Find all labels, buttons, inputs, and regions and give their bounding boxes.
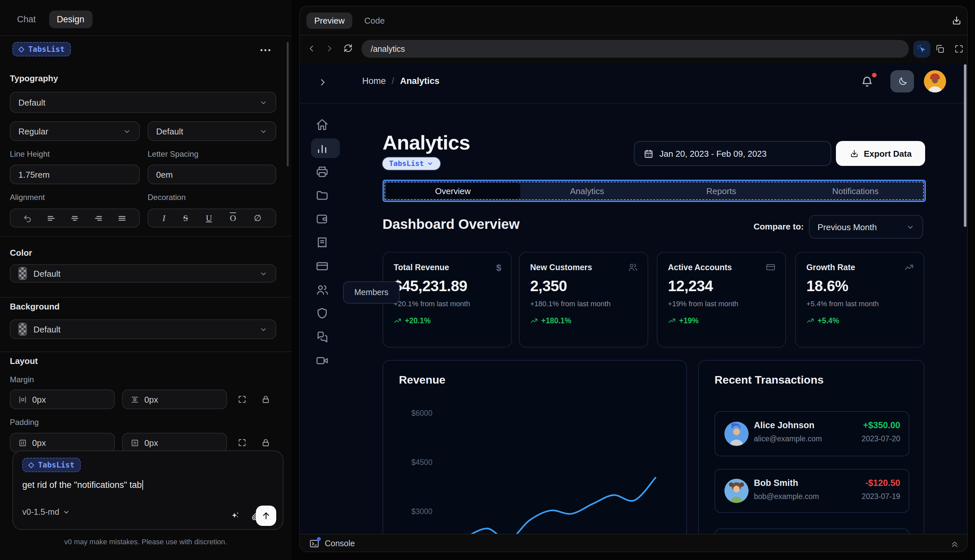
line-height-input[interactable]: 1.75rem xyxy=(10,165,140,184)
underline-icon[interactable]: U xyxy=(206,213,212,223)
breadcrumb: Home / Analytics xyxy=(362,76,440,86)
app-window: Chat Design TabsList Typography Default … xyxy=(0,0,975,560)
overline-icon[interactable]: O xyxy=(230,213,236,223)
transaction-row[interactable]: Bob Smith bob@example.com -$120.50 2023-… xyxy=(715,469,909,513)
tab-reports[interactable]: Reports xyxy=(654,183,788,199)
color-select[interactable]: Default xyxy=(10,264,276,283)
transaction-amount: +$350.00 xyxy=(863,420,900,430)
padding-lock-icon[interactable] xyxy=(261,438,270,447)
model-select[interactable]: v0-1.5-md xyxy=(22,508,70,517)
chat-composer[interactable]: TabsList get rid of the "notifications" … xyxy=(12,450,284,530)
url-input[interactable]: /analytics xyxy=(362,40,909,58)
padding-y-input[interactable]: 0px xyxy=(122,433,227,452)
cursor-sparkle-icon xyxy=(917,44,927,55)
font-family-select[interactable]: Default xyxy=(10,92,276,113)
download-icon[interactable] xyxy=(952,15,962,25)
tab-code[interactable]: Code xyxy=(364,15,385,25)
copy-icon[interactable] xyxy=(935,44,945,54)
tab-notifications[interactable]: Notifications xyxy=(788,183,923,199)
trend-up-icon xyxy=(668,317,676,325)
send-button[interactable] xyxy=(256,505,276,526)
transaction-name: Alice Johnson xyxy=(754,420,815,430)
trend-up-icon xyxy=(394,317,402,325)
fullscreen-icon[interactable] xyxy=(954,44,964,54)
align-right-icon[interactable] xyxy=(94,213,103,223)
credit-card-icon xyxy=(766,262,776,272)
composer-input[interactable]: get rid of the "notifications" tab xyxy=(22,480,143,490)
preview-viewport: Home / Analytics xyxy=(300,63,968,534)
margin-horizontal-icon xyxy=(18,395,27,403)
font-size-select[interactable]: Default xyxy=(148,121,276,141)
transaction-row[interactable]: Alice Johnson alice@example.com +$350.00… xyxy=(715,411,909,457)
theme-toggle-button[interactable] xyxy=(890,70,914,92)
margin-expand-icon[interactable] xyxy=(237,395,247,404)
messages-icon[interactable] xyxy=(316,330,329,343)
composer-component-chip[interactable]: TabsList xyxy=(22,458,81,472)
chevrons-up-icon[interactable] xyxy=(950,539,959,548)
shield-icon[interactable] xyxy=(316,307,329,320)
breadcrumb-home[interactable]: Home xyxy=(362,76,386,86)
analytics-icon[interactable] xyxy=(316,142,329,155)
preview-scrollbar[interactable] xyxy=(964,64,967,227)
align-left-icon[interactable] xyxy=(47,213,56,223)
sidebar-toggle-icon[interactable] xyxy=(317,77,327,87)
tab-analytics[interactable]: Analytics xyxy=(520,183,654,199)
console-label: Console xyxy=(325,539,355,548)
margin-x-input[interactable]: 0px xyxy=(10,390,115,409)
y-tick: $6000 xyxy=(411,409,432,417)
video-icon[interactable] xyxy=(316,354,329,367)
forward-icon[interactable] xyxy=(325,44,334,53)
notifications-button[interactable] xyxy=(861,75,876,91)
section-title: Dashboard Overview xyxy=(382,217,520,232)
margin-lock-icon[interactable] xyxy=(261,395,270,404)
letter-spacing-input[interactable]: 0em xyxy=(148,165,276,184)
inspect-cursor-button[interactable] xyxy=(913,41,930,58)
members-icon[interactable] xyxy=(316,283,329,297)
date-range-button[interactable]: Jan 20, 2023 - Feb 09, 2023 xyxy=(634,141,831,166)
user-avatar[interactable] xyxy=(924,70,946,92)
undo-icon[interactable] xyxy=(23,213,32,223)
receipt-icon[interactable] xyxy=(316,236,329,249)
preview-panel: Preview Code /analytics Home / Analytics xyxy=(299,6,968,552)
home-icon[interactable] xyxy=(316,118,329,131)
selected-element-badge[interactable]: TabsList xyxy=(382,157,440,170)
moon-icon xyxy=(897,76,908,87)
tab-chat[interactable]: Chat xyxy=(17,14,36,24)
console-bar[interactable]: Console xyxy=(300,534,968,552)
breadcrumb-current[interactable]: Analytics xyxy=(400,76,440,86)
stat-card-growth-rate: Growth Rate 18.6% +5.4% from last month … xyxy=(795,252,925,348)
tab-preview[interactable]: Preview xyxy=(306,12,353,28)
refresh-icon[interactable] xyxy=(343,43,353,53)
printer-icon[interactable] xyxy=(316,165,329,178)
stat-value: $45,231.89 xyxy=(394,277,467,295)
strikethrough-icon[interactable]: S xyxy=(183,213,188,223)
padding-expand-icon[interactable] xyxy=(237,438,247,447)
tab-design[interactable]: Design xyxy=(49,10,92,28)
enhance-prompt-icon[interactable] xyxy=(230,511,240,521)
folder-icon[interactable] xyxy=(316,189,329,202)
credit-card-icon[interactable] xyxy=(316,260,329,273)
selected-component-chip[interactable]: TabsList xyxy=(12,42,71,57)
bell-icon xyxy=(861,75,873,88)
margin-y-input[interactable]: 0px xyxy=(122,390,227,409)
italic-icon[interactable]: I xyxy=(162,213,165,223)
diamond-icon xyxy=(28,461,35,468)
more-options-button[interactable] xyxy=(260,49,270,51)
padding-x-input[interactable]: 0px xyxy=(10,433,115,452)
export-data-button[interactable]: Export Data xyxy=(836,141,925,166)
font-weight-select[interactable]: Regular xyxy=(10,121,140,141)
wallet-icon[interactable] xyxy=(316,212,329,225)
panel-scrollbar[interactable] xyxy=(287,42,289,167)
align-justify-icon[interactable] xyxy=(117,213,127,223)
padding-horizontal-icon xyxy=(18,438,27,447)
stat-subtext: +5.4% from last month xyxy=(806,300,879,308)
compare-select[interactable]: Previous Month xyxy=(809,215,923,239)
back-icon[interactable] xyxy=(307,44,316,53)
transactions-title: Recent Transactions xyxy=(715,374,824,387)
tab-overview[interactable]: Overview xyxy=(386,183,520,199)
align-center-icon[interactable] xyxy=(70,213,79,223)
no-decoration-icon[interactable]: ∅ xyxy=(254,213,262,223)
stat-trend: +5.4% xyxy=(806,317,839,325)
transaction-row-partial[interactable] xyxy=(715,528,909,534)
background-select[interactable]: Default xyxy=(10,319,276,339)
